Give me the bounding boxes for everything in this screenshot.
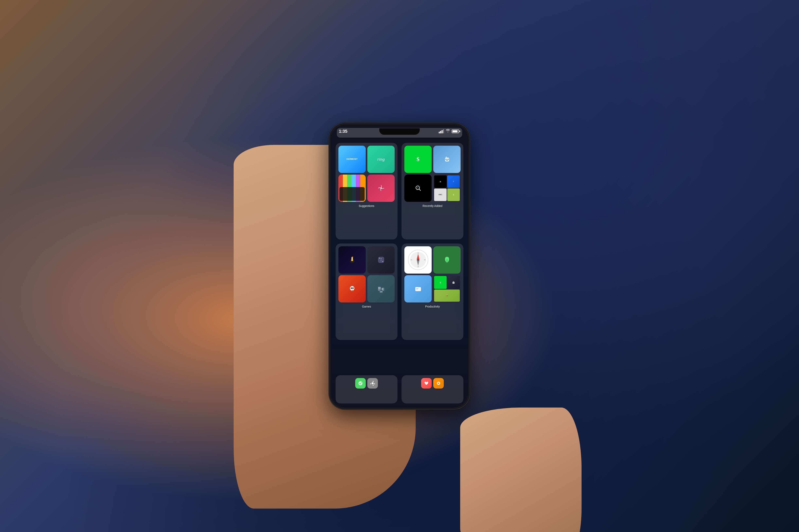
svg-point-23: [352, 287, 353, 289]
orange-app-partial[interactable]: [433, 378, 444, 388]
signal-bar-4: [443, 129, 444, 133]
svg-rect-47: [416, 289, 418, 289]
svg-point-19: [379, 258, 380, 259]
recently-added-label: Recently Added: [404, 204, 460, 208]
battery-tip: [459, 131, 460, 132]
wallet-app-icon[interactable]: [339, 175, 366, 202]
suggestions-group[interactable]: HARMONY ring: [335, 143, 398, 240]
games-label: Games: [339, 305, 395, 308]
svg-point-13: [417, 187, 418, 188]
bottom-group-right[interactable]: [401, 375, 464, 403]
svg-text:SIM: SIM: [380, 291, 382, 293]
svg-point-15: [351, 257, 353, 259]
phone-body: 1:35: [329, 122, 470, 410]
files-app-icon[interactable]: [404, 275, 432, 302]
recently-added-icons: $: [404, 146, 460, 202]
cashapp-icon[interactable]: $: [404, 146, 432, 173]
status-icons: [439, 129, 460, 133]
recently-added-group[interactable]: $: [401, 143, 464, 240]
battery-fill: [453, 130, 457, 132]
svg-point-4: [446, 158, 447, 160]
svg-rect-30: [380, 287, 381, 288]
green-app-partial[interactable]: [355, 378, 366, 388]
sim-app-icon[interactable]: SIM: [367, 275, 395, 302]
productivity-icons: $ 📦: [404, 246, 460, 302]
productivity-group[interactable]: $ 📦: [401, 244, 464, 340]
bottom-group-left[interactable]: [335, 375, 398, 403]
signal-bars-icon: [439, 129, 444, 133]
bottom-left-icons: [339, 378, 395, 388]
ring-app-icon[interactable]: ring: [367, 146, 395, 173]
app-grid: HARMONY ring: [331, 141, 468, 375]
ff-game-icon[interactable]: [339, 246, 366, 273]
svg-point-51: [371, 382, 374, 384]
svg-rect-9: [448, 161, 449, 162]
signal-bar-2: [440, 131, 441, 133]
harmony-app-icon[interactable]: HARMONY: [339, 146, 366, 173]
signal-bar-1: [439, 132, 440, 133]
phone-screen: 1:35: [331, 125, 468, 407]
games-icons: 42 8: [339, 246, 395, 302]
svg-point-50: [359, 381, 362, 385]
suggestions-label: Suggestions: [339, 204, 395, 208]
bottom-partial-row: [331, 375, 468, 407]
svg-point-43: [417, 259, 419, 261]
recently-multi-icon[interactable]: B 🏃 SMG $: [433, 175, 460, 202]
hand-front: [460, 407, 582, 532]
svg-rect-10: [446, 160, 448, 160]
svg-text:42: 42: [380, 258, 382, 260]
svg-text:8: 8: [381, 260, 381, 262]
nova-app-icon[interactable]: [367, 175, 395, 202]
bottom-right-icons: [404, 378, 460, 388]
loupe-icon[interactable]: [404, 175, 432, 202]
productivity-multi-icon[interactable]: $ 📦: [433, 275, 460, 302]
svg-point-53: [438, 382, 439, 384]
svg-rect-29: [379, 287, 379, 288]
suggestions-icons: HARMONY ring: [339, 146, 395, 202]
dice-app-icon[interactable]: 42 8: [367, 246, 395, 273]
battery-icon: [452, 130, 460, 133]
skull-game-icon[interactable]: [339, 275, 366, 302]
svg-point-49: [453, 283, 454, 283]
wunderbucket-icon[interactable]: [433, 146, 460, 173]
svg-rect-28: [378, 287, 381, 291]
leaf-app-icon[interactable]: [433, 246, 460, 273]
battery-body: [452, 130, 459, 133]
svg-point-2: [381, 188, 382, 189]
wifi-icon: [446, 129, 450, 133]
svg-rect-31: [381, 288, 384, 291]
safari-icon[interactable]: [404, 246, 432, 273]
settings-app-partial[interactable]: [367, 378, 378, 388]
games-group[interactable]: 42 8: [335, 244, 398, 340]
svg-point-22: [350, 287, 352, 289]
svg-point-5: [448, 158, 449, 160]
svg-point-20: [382, 261, 383, 262]
scene: 1:35: [258, 24, 541, 509]
notch: [379, 128, 420, 135]
svg-line-12: [419, 189, 420, 191]
screen-content: 1:35: [331, 125, 468, 407]
svg-rect-16: [378, 257, 384, 263]
heart-app-partial[interactable]: [421, 378, 432, 388]
svg-rect-46: [416, 288, 418, 289]
svg-rect-32: [382, 288, 383, 289]
svg-rect-8: [446, 161, 447, 162]
signal-bar-3: [441, 130, 442, 133]
svg-point-7: [446, 157, 447, 157]
status-time: 1:35: [339, 129, 347, 134]
productivity-label: Productivity: [404, 305, 460, 308]
